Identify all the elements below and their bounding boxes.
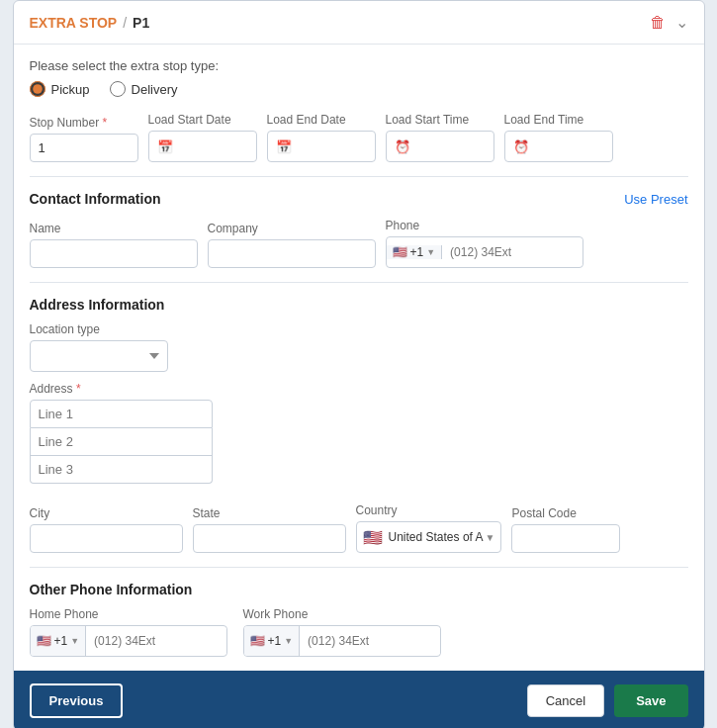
city-label: City: [30, 506, 183, 520]
clock-icon: ⏰: [395, 139, 410, 154]
home-phone-label: Home Phone: [30, 607, 227, 621]
save-button[interactable]: Save: [614, 684, 687, 717]
company-input[interactable]: [208, 239, 376, 268]
radio-delivery[interactable]: Delivery: [110, 81, 178, 97]
phone-group: Phone 🇺🇸 +1 ▼: [386, 219, 583, 268]
address-section-title: Address Information: [30, 297, 688, 313]
radio-delivery-label: Delivery: [132, 82, 178, 97]
home-chevron-icon: ▼: [70, 636, 79, 646]
address-lines: [30, 400, 688, 484]
country-flag-icon: 🇺🇸: [357, 528, 389, 547]
phone-label: Phone: [386, 219, 583, 232]
work-code: +1: [268, 634, 282, 648]
location-type-select[interactable]: [30, 340, 168, 372]
home-phone-group: Home Phone 🇺🇸 +1 ▼: [30, 607, 227, 657]
divider-3: [30, 567, 688, 568]
chevron-down-icon[interactable]: ⌄: [675, 13, 688, 32]
state-group: State: [193, 506, 346, 553]
contact-section-header: Contact Information Use Preset: [30, 191, 688, 207]
modal-footer: Previous Cancel Save: [14, 671, 704, 728]
radio-pickup[interactable]: Pickup: [30, 81, 90, 97]
stop-number-group: Stop Number *: [30, 116, 138, 162]
state-input[interactable]: [193, 524, 346, 553]
load-start-time-group: Load Start Time ⏰: [386, 113, 494, 162]
previous-button[interactable]: Previous: [30, 683, 124, 718]
home-phone-flag-select[interactable]: 🇺🇸 +1 ▼: [31, 626, 87, 656]
delete-icon[interactable]: 🗑: [650, 14, 666, 32]
load-start-date-input[interactable]: 📅: [148, 131, 257, 162]
divider-2: [30, 282, 688, 283]
header-separator: /: [123, 15, 127, 31]
home-code: +1: [54, 634, 68, 648]
load-end-date-group: Load End Date 📅: [267, 113, 376, 162]
city-state-row: City State Country 🇺🇸 United States of A…: [30, 503, 688, 553]
home-phone-field: 🇺🇸 +1 ▼: [30, 625, 227, 657]
other-phone-section: Other Phone Information Home Phone 🇺🇸 +1…: [30, 582, 688, 657]
work-phone-input[interactable]: [300, 628, 439, 654]
header-p1: P1: [133, 15, 149, 31]
company-label: Company: [208, 222, 376, 235]
address-label: Address *: [30, 382, 688, 396]
load-start-time-label: Load Start Time: [386, 113, 494, 127]
postal-code-input[interactable]: [511, 524, 620, 553]
country-group: Country 🇺🇸 United States of A ▼: [356, 503, 502, 553]
stop-fields-row: Stop Number * Load Start Date 📅 Load End…: [30, 113, 688, 162]
country-select-wrap[interactable]: 🇺🇸 United States of A ▼: [356, 521, 502, 553]
modal-body: Please select the extra stop type: Picku…: [14, 45, 704, 671]
address-line2-input[interactable]: [30, 428, 213, 456]
load-end-date-label: Load End Date: [267, 113, 376, 127]
postal-code-group: Postal Code: [511, 506, 620, 553]
work-phone-group: Work Phone 🇺🇸 +1 ▼: [243, 607, 441, 657]
modal-header-left: EXTRA STOP / P1: [30, 15, 150, 31]
phone-code: +1: [410, 245, 424, 259]
load-end-time-label: Load End Time: [504, 113, 613, 127]
home-phone-input[interactable]: [86, 628, 225, 654]
stop-type-radio-group: Pickup Delivery: [30, 81, 688, 97]
address-section: Address Information Location type Addres…: [30, 297, 688, 553]
load-end-time-group: Load End Time ⏰: [504, 113, 613, 162]
phone-chevron-icon: ▼: [426, 247, 435, 257]
modal-header-right: 🗑 ⌄: [650, 13, 688, 32]
phone-field: 🇺🇸 +1 ▼: [386, 236, 583, 268]
company-group: Company: [208, 222, 376, 268]
use-preset-link[interactable]: Use Preset: [624, 192, 687, 207]
location-type-label: Location type: [30, 322, 688, 336]
work-phone-field: 🇺🇸 +1 ▼: [243, 625, 441, 657]
load-end-date-input[interactable]: 📅: [267, 131, 376, 162]
country-label: Country: [356, 503, 502, 517]
work-phone-label: Work Phone: [243, 607, 441, 621]
country-chevron-icon: ▼: [486, 532, 501, 543]
load-end-time-input[interactable]: ⏰: [504, 131, 613, 162]
stop-number-input[interactable]: [30, 134, 138, 162]
radio-delivery-input[interactable]: [110, 81, 126, 97]
stop-type-label: Please select the extra stop type:: [30, 58, 688, 73]
radio-pickup-label: Pickup: [51, 82, 90, 97]
calendar-icon-2: 📅: [276, 139, 292, 154]
location-type-group: Location type: [30, 322, 688, 372]
work-chevron-icon: ▼: [284, 636, 293, 646]
footer-right: Cancel Save: [527, 684, 688, 717]
address-line1-input[interactable]: [30, 400, 213, 428]
radio-pickup-input[interactable]: [30, 81, 45, 97]
load-start-date-label: Load Start Date: [148, 113, 257, 127]
city-group: City: [30, 506, 183, 553]
load-start-date-group: Load Start Date 📅: [148, 113, 257, 162]
stop-number-label: Stop Number *: [30, 116, 138, 130]
home-flag-icon: 🇺🇸: [37, 634, 51, 648]
address-line3-input[interactable]: [30, 456, 213, 484]
phone-number-input[interactable]: [442, 239, 582, 265]
city-input[interactable]: [30, 524, 183, 553]
phone-flag-select[interactable]: 🇺🇸 +1 ▼: [387, 245, 443, 259]
header-extra-stop: EXTRA STOP: [30, 15, 118, 31]
country-value: United States of A: [389, 530, 486, 544]
other-phone-title: Other Phone Information: [30, 582, 688, 597]
address-group: Address *: [30, 382, 688, 494]
work-phone-flag-select[interactable]: 🇺🇸 +1 ▼: [244, 626, 301, 656]
divider-1: [30, 176, 688, 177]
clock-icon-2: ⏰: [513, 139, 529, 154]
work-flag-icon: 🇺🇸: [250, 634, 265, 648]
load-start-time-input[interactable]: ⏰: [386, 131, 494, 162]
postal-code-label: Postal Code: [511, 506, 620, 520]
cancel-button[interactable]: Cancel: [527, 684, 604, 717]
name-input[interactable]: [30, 239, 198, 268]
